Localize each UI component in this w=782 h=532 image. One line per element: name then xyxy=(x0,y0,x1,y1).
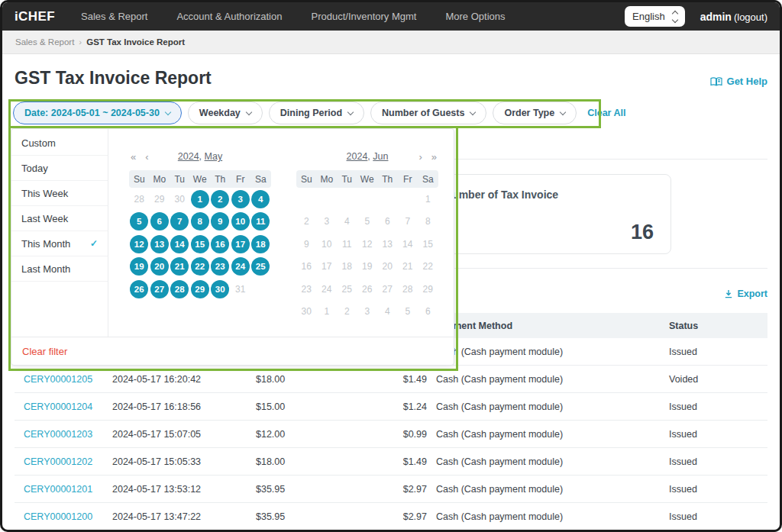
invoice-number-link[interactable]: CERY00001202 xyxy=(24,456,92,467)
clear-all-link[interactable]: Clear All xyxy=(587,108,625,118)
calendar-day[interactable]: 9 xyxy=(296,233,317,256)
calendar-day[interactable]: 17 xyxy=(317,256,338,279)
calendar-day[interactable]: 20 xyxy=(150,256,170,279)
next-year-icon[interactable]: » xyxy=(431,151,437,163)
calendar-day[interactable]: 11 xyxy=(337,233,357,256)
calendar-day[interactable]: 8 xyxy=(190,211,211,234)
calendar-day[interactable]: 29 xyxy=(150,188,170,211)
calendar-day[interactable]: 30 xyxy=(296,301,317,324)
breadcrumb-parent[interactable]: Sales & Report xyxy=(15,37,74,47)
calendar-day[interactable]: 21 xyxy=(398,256,418,279)
calendar-day[interactable]: 1 xyxy=(317,301,338,324)
export-button[interactable]: Export xyxy=(724,289,767,299)
calendar-year-link[interactable]: 2024 xyxy=(178,151,199,162)
calendar-day[interactable]: 5 xyxy=(357,211,378,234)
calendar-day[interactable]: 16 xyxy=(296,256,317,279)
calendar-month-link[interactable]: May xyxy=(205,151,223,162)
calendar-day[interactable]: 10 xyxy=(231,211,251,234)
filter-pill[interactable]: Order Type xyxy=(493,102,577,124)
calendar-day[interactable]: 7 xyxy=(170,211,190,234)
calendar-day[interactable]: 22 xyxy=(418,256,438,279)
calendar-day[interactable]: 25 xyxy=(337,278,357,301)
calendar-day[interactable]: 12 xyxy=(357,233,378,256)
calendar-day[interactable]: 5 xyxy=(129,211,150,234)
calendar-day[interactable]: 3 xyxy=(231,188,251,211)
calendar-day[interactable]: 30 xyxy=(170,188,190,211)
calendar-day[interactable]: 3 xyxy=(357,301,378,324)
next-month-icon[interactable]: › xyxy=(418,151,422,163)
calendar-day[interactable]: 4 xyxy=(337,211,357,234)
filter-pill[interactable]: Weekday xyxy=(188,102,263,124)
nav-item-2[interactable]: Account & Authorization xyxy=(176,11,282,22)
date-preset-this-month[interactable]: This Month✓ xyxy=(11,231,108,256)
calendar-day[interactable]: 28 xyxy=(170,278,190,301)
date-preset-today[interactable]: Today xyxy=(11,156,108,181)
calendar-day[interactable]: 19 xyxy=(129,256,150,279)
calendar-day[interactable]: 7 xyxy=(398,211,418,234)
calendar-day[interactable]: 6 xyxy=(377,211,398,234)
calendar-day[interactable]: 30 xyxy=(210,278,231,301)
calendar-day[interactable]: 29 xyxy=(190,278,211,301)
calendar-day[interactable]: 13 xyxy=(377,233,398,256)
calendar-day[interactable]: 4 xyxy=(377,301,398,324)
date-filter-pill[interactable]: Date: 2024-05-01 ~ 2024-05-30 xyxy=(13,102,182,124)
calendar-day[interactable]: 17 xyxy=(231,233,251,256)
calendar-day[interactable]: 23 xyxy=(210,256,231,279)
calendar-day[interactable]: 29 xyxy=(418,278,438,301)
calendar-day[interactable]: 22 xyxy=(190,256,211,279)
calendar-day[interactable]: 16 xyxy=(210,233,231,256)
calendar-day[interactable]: 24 xyxy=(317,278,338,301)
invoice-number-link[interactable]: CERY00001203 xyxy=(24,429,92,440)
calendar-day[interactable]: 2 xyxy=(337,301,357,324)
calendar-day[interactable]: 28 xyxy=(398,278,418,301)
calendar-day[interactable]: 10 xyxy=(317,233,338,256)
calendar-day[interactable]: 9 xyxy=(210,211,231,234)
language-select[interactable]: English xyxy=(625,6,685,27)
calendar-day[interactable]: 24 xyxy=(231,256,251,279)
calendar-year-link[interactable]: 2024 xyxy=(347,151,368,162)
calendar-day[interactable]: 1 xyxy=(418,188,438,211)
invoice-number-link[interactable]: CERY00001200 xyxy=(24,511,92,522)
calendar-day[interactable]: 13 xyxy=(150,233,170,256)
calendar-day[interactable]: 4 xyxy=(250,188,271,211)
calendar-day[interactable]: 14 xyxy=(398,233,418,256)
calendar-day[interactable]: 26 xyxy=(129,278,150,301)
calendar-day[interactable]: 1 xyxy=(190,188,211,211)
date-preset-last-month[interactable]: Last Month xyxy=(11,256,108,282)
calendar-day[interactable]: 20 xyxy=(377,256,398,279)
calendar-day[interactable]: 23 xyxy=(296,278,317,301)
date-preset-this-week[interactable]: This Week xyxy=(11,181,108,206)
invoice-number-link[interactable]: CERY00001205 xyxy=(24,374,92,385)
calendar-day[interactable]: 14 xyxy=(170,233,190,256)
calendar-day[interactable]: 3 xyxy=(317,211,338,234)
calendar-day[interactable]: 6 xyxy=(150,211,170,234)
calendar-day[interactable]: 15 xyxy=(418,233,438,256)
calendar-day[interactable]: 26 xyxy=(357,278,378,301)
calendar-day[interactable]: 2 xyxy=(296,211,317,234)
invoice-number-link[interactable]: CERY00001204 xyxy=(24,401,92,412)
calendar-day[interactable]: 18 xyxy=(337,256,357,279)
calendar-month-link[interactable]: Jun xyxy=(373,151,388,162)
calendar-day[interactable]: 15 xyxy=(190,233,211,256)
calendar-day[interactable]: 28 xyxy=(129,188,150,211)
calendar-day[interactable]: 11 xyxy=(250,211,271,234)
calendar-day[interactable]: 18 xyxy=(250,233,271,256)
calendar-day[interactable]: 2 xyxy=(210,188,231,211)
nav-item-3[interactable]: Product/Inventory Mgmt xyxy=(311,11,416,22)
filter-pill[interactable]: Dining Period xyxy=(269,102,364,124)
date-preset-custom[interactable]: Custom xyxy=(11,131,108,156)
calendar-day[interactable]: 8 xyxy=(418,211,438,234)
calendar-day[interactable]: 31 xyxy=(231,278,251,301)
nav-item-4[interactable]: More Options xyxy=(445,11,505,22)
clear-filter-link[interactable]: Clear filter xyxy=(22,346,67,357)
calendar-day[interactable]: 27 xyxy=(377,278,398,301)
date-preset-last-week[interactable]: Last Week xyxy=(11,206,108,231)
calendar-day[interactable]: 6 xyxy=(418,301,438,324)
calendar-day[interactable]: 21 xyxy=(170,256,190,279)
invoice-number-link[interactable]: CERY00001201 xyxy=(24,484,92,495)
logout-link[interactable]: (logout) xyxy=(734,11,767,23)
calendar-day[interactable]: 12 xyxy=(129,233,150,256)
prev-year-icon[interactable]: « xyxy=(131,151,136,163)
calendar-day[interactable]: 27 xyxy=(150,278,170,301)
prev-month-icon[interactable]: ‹ xyxy=(145,151,148,163)
